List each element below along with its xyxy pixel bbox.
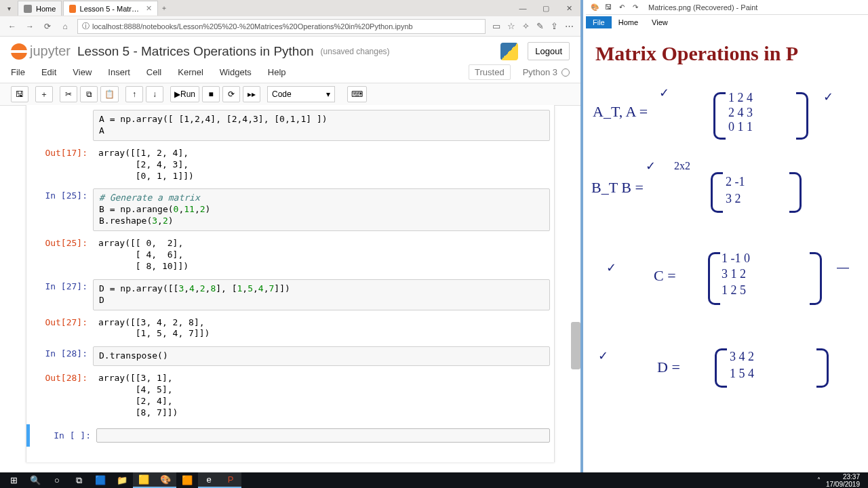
forward-button[interactable]: → xyxy=(24,21,35,32)
cut-button[interactable]: ✂ xyxy=(60,86,77,102)
kernel-indicator[interactable]: Python 3 xyxy=(523,67,570,77)
jupyter-brand: jupyter xyxy=(30,43,71,59)
powerpoint-taskbar[interactable]: P xyxy=(220,472,241,488)
browser-tab-lesson[interactable]: Lesson 5 - Matrices Op ✕ xyxy=(63,1,158,16)
menu-edit[interactable]: Edit xyxy=(41,67,56,77)
paint-tab-view[interactable]: View xyxy=(645,16,675,28)
checkmark-icon: — xyxy=(837,260,849,274)
browser-tab-home[interactable]: Home xyxy=(18,1,62,16)
tab-label: Home xyxy=(36,5,56,13)
paint-canvas[interactable]: Matrix Operations in P A_T, A = ✓ 1 2 4 … xyxy=(586,30,868,472)
file-explorer-button[interactable]: 📁 xyxy=(111,472,133,488)
edge-taskbar[interactable]: e xyxy=(198,472,220,488)
code-input[interactable] xyxy=(96,428,550,443)
menu-view[interactable]: View xyxy=(73,67,92,77)
code-cell[interactable]: In [25]: # Generate a matrix B = np.aran… xyxy=(26,187,554,232)
tray-chevron-icon[interactable]: ˄ xyxy=(817,476,821,484)
start-button[interactable]: ⊞ xyxy=(3,472,24,488)
notebook-scroll[interactable]: A = np.array([ [1,2,4], [2,4,3], [0,1,1]… xyxy=(0,105,580,472)
out-prompt: Out[28]: xyxy=(26,371,93,421)
brace-icon xyxy=(713,92,726,140)
favicon-icon xyxy=(69,5,75,13)
search-button[interactable]: 🔍 xyxy=(24,472,46,488)
menu-icon[interactable]: ⋯ xyxy=(565,21,574,31)
code-input[interactable]: # Generate a matrix B = np.arange(0,11,2… xyxy=(93,188,550,231)
maximize-button[interactable]: ▢ xyxy=(534,0,557,16)
refresh-button[interactable]: ⟳ xyxy=(42,21,53,32)
code-input[interactable]: A = np.array([ [1,2,4], [2,4,3], [0,1,1]… xyxy=(93,110,550,141)
minimize-button[interactable]: — xyxy=(511,0,534,16)
code-cell[interactable]: In [27]: D = np.array([[3,4,2,8], [1,5,4… xyxy=(26,278,554,312)
celltype-select[interactable]: Code ▾ xyxy=(267,86,335,102)
move-up-button[interactable]: ↑ xyxy=(125,86,143,102)
note-b-matrix: 2 -1 3 2 xyxy=(726,174,745,207)
move-down-button[interactable]: ↓ xyxy=(146,86,163,102)
kernel-status-icon xyxy=(561,68,570,77)
cortana-button[interactable]: ○ xyxy=(46,472,68,488)
menu-cell[interactable]: Cell xyxy=(146,67,161,77)
reading-view-icon[interactable]: ▭ xyxy=(492,21,500,31)
close-tab-icon[interactable]: ✕ xyxy=(146,4,152,13)
taskbar-app[interactable]: 🟨 xyxy=(133,472,155,488)
url-input[interactable]: ⓘ localhost:8888/notebooks/Lesson%205%20… xyxy=(77,19,486,34)
code-input[interactable]: D.transpose() xyxy=(93,346,550,366)
menu-kernel[interactable]: Kernel xyxy=(178,67,203,77)
stop-button[interactable]: ■ xyxy=(202,86,220,102)
note-a-label: A_T, A = xyxy=(593,103,648,121)
code-input[interactable]: D = np.array([[3,4,2,8], [1,5,4,7]]) D xyxy=(93,279,550,310)
note-d-matrix: 3 4 2 1 5 4 xyxy=(730,348,754,382)
taskbar-app[interactable]: 🟧 xyxy=(176,472,198,488)
close-button[interactable]: ✕ xyxy=(557,0,580,16)
redo-icon[interactable]: ↷ xyxy=(631,3,640,12)
brace-icon xyxy=(816,348,829,388)
command-palette-button[interactable]: ⌨ xyxy=(347,86,367,102)
share-icon[interactable]: ⇪ xyxy=(551,21,558,31)
copy-button[interactable]: ⧉ xyxy=(80,86,98,102)
code-cell[interactable]: In [28]: D.transpose() xyxy=(26,345,554,367)
logout-button[interactable]: Logout xyxy=(528,42,570,60)
paint-tab-home[interactable]: Home xyxy=(612,16,645,28)
jupyter-logo[interactable]: jupyter xyxy=(11,43,71,60)
url-text: localhost:8888/notebooks/Lesson%205%20-%… xyxy=(92,22,413,30)
trusted-badge[interactable]: Trusted xyxy=(469,64,511,80)
restart-run-button[interactable]: ▸▸ xyxy=(243,86,260,102)
favorite-icon[interactable]: ☆ xyxy=(507,21,515,31)
checkmark-icon: ✓ xyxy=(823,89,833,104)
run-button[interactable]: ▶ Run xyxy=(170,86,199,102)
chevron-down-icon: ▾ xyxy=(326,89,330,99)
code-cell[interactable]: A = np.array([ [1,2,4], [2,4,3], [0,1,1]… xyxy=(26,108,554,142)
system-tray[interactable]: ˄ 23:3717/09/2019 xyxy=(817,473,865,488)
menu-bar: File Edit View Insert Cell Kernel Widget… xyxy=(0,60,580,83)
code-cell[interactable]: In [ ]: xyxy=(26,424,554,447)
add-cell-button[interactable]: ＋ xyxy=(35,86,53,102)
paste-button[interactable]: 📋 xyxy=(100,86,119,102)
paint-taskbar[interactable]: 🎨 xyxy=(155,472,176,488)
favorites-bar-icon[interactable]: ✧ xyxy=(522,21,530,31)
undo-icon[interactable]: ↶ xyxy=(617,3,627,12)
paint-tab-file[interactable]: File xyxy=(586,16,612,28)
menu-file[interactable]: File xyxy=(11,67,25,77)
restart-button[interactable]: ⟳ xyxy=(222,86,240,102)
brace-icon xyxy=(711,172,723,213)
menu-insert[interactable]: Insert xyxy=(108,67,130,77)
note-a-matrix: 1 2 4 2 4 3 0 1 1 xyxy=(728,91,753,135)
scrollbar[interactable] xyxy=(571,322,580,369)
menu-widgets[interactable]: Widgets xyxy=(220,67,252,77)
taskview-button[interactable]: ⧉ xyxy=(68,472,90,488)
clock[interactable]: 23:3717/09/2019 xyxy=(826,473,860,488)
in-prompt: In [ ]: xyxy=(30,428,96,443)
taskbar-app[interactable]: 🟦 xyxy=(90,472,111,488)
paint-ribbon-tabs: File Home View xyxy=(586,15,868,28)
save-icon[interactable]: 🖫 xyxy=(604,3,613,12)
menu-help[interactable]: Help xyxy=(268,67,286,77)
notes-icon[interactable]: ✎ xyxy=(536,21,544,31)
tab-list-icon[interactable]: ▾ xyxy=(4,3,14,13)
notebook-title[interactable]: Lesson 5 - Matrices Operations in Python xyxy=(77,44,314,59)
jupyter-header: jupyter Lesson 5 - Matrices Operations i… xyxy=(0,37,580,60)
new-tab-button[interactable]: ＋ xyxy=(159,3,169,13)
window-controls: — ▢ ✕ xyxy=(511,0,580,16)
save-button[interactable]: 🖫 xyxy=(11,86,28,102)
home-button[interactable]: ⌂ xyxy=(60,21,71,32)
celltype-label: Code xyxy=(272,89,292,99)
back-button[interactable]: ← xyxy=(7,21,18,32)
